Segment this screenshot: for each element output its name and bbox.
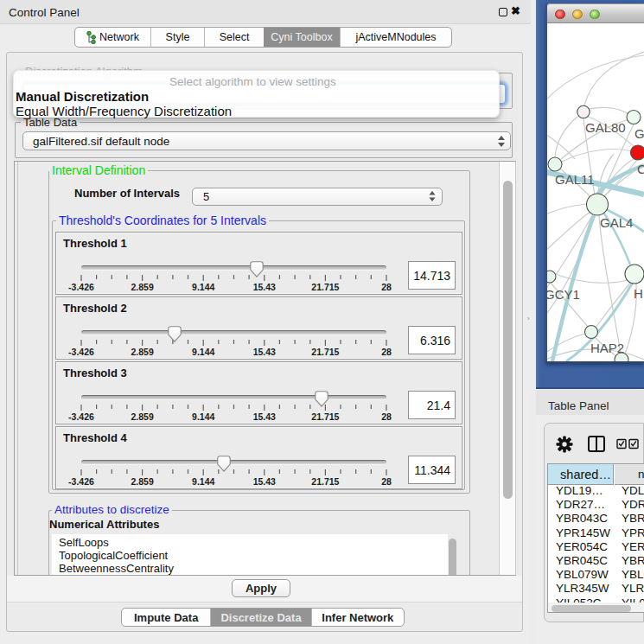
svg-text:HAP2: HAP2 [590, 341, 624, 355]
svg-text:GA: GA [634, 126, 644, 141]
svg-text:GAL11: GAL11 [555, 172, 595, 187]
svg-text:GCY1: GCY1 [545, 287, 580, 302]
svg-text:GAL4: GAL4 [600, 215, 633, 230]
svg-text:GAL80: GAL80 [585, 120, 626, 135]
svg-text:H: H [634, 286, 643, 301]
svg-text:C: C [637, 162, 644, 176]
